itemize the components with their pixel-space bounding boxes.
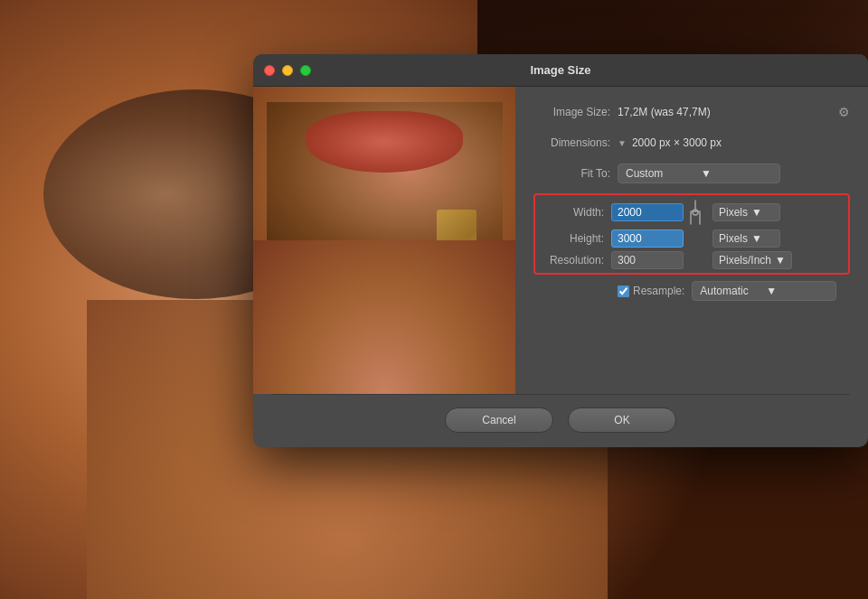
resolution-row: Resolution: Pixels/Inch ▼ (539, 251, 844, 269)
height-unit-dropdown[interactable]: Pixels ▼ (712, 229, 780, 248)
preview-lower (253, 240, 515, 394)
link-icon (689, 199, 702, 226)
maximize-button[interactable] (300, 65, 311, 76)
width-unit: Pixels (719, 206, 748, 219)
dimensions-value: 2000 px × 3000 px (632, 136, 722, 149)
resample-checkbox[interactable] (618, 285, 629, 297)
fit-to-value: Custom (626, 167, 697, 180)
resample-dropdown[interactable]: Automatic ▼ (692, 281, 836, 301)
resolution-unit-arrow: ▼ (775, 254, 786, 267)
fit-to-dropdown[interactable]: Custom ▼ (618, 164, 780, 183)
dimensions-row: Dimensions: ▼ 2000 px × 3000 px (533, 132, 850, 154)
image-size-dialog: Image Size Image Size: 17,2M (was 47,7M)… (253, 54, 868, 447)
traffic-lights (264, 65, 311, 76)
width-input[interactable] (611, 203, 684, 221)
close-button[interactable] (264, 65, 275, 76)
dialog-body: Image Size: 17,2M (was 47,7M) ⚙ Dimensio… (253, 87, 868, 394)
height-label: Height: (539, 232, 604, 245)
ok-button[interactable]: OK (568, 407, 676, 433)
preview-lips (306, 111, 463, 173)
resample-arrow: ▼ (766, 285, 828, 297)
resample-text: Resample: (633, 285, 684, 297)
image-size-row: Image Size: 17,2M (was 47,7M) ⚙ (533, 101, 850, 123)
controls-panel: Image Size: 17,2M (was 47,7M) ⚙ Dimensio… (515, 87, 868, 394)
cancel-button[interactable]: Cancel (445, 407, 553, 433)
height-unit-arrow: ▼ (751, 232, 774, 245)
resample-value: Automatic (700, 285, 762, 297)
dimension-inputs-group: Width: Pixels ▼ Height: (533, 193, 850, 275)
fit-to-arrow: ▼ (701, 167, 772, 180)
resolution-input[interactable] (611, 251, 684, 269)
dimensions-label: Dimensions: (533, 136, 610, 149)
width-unit-dropdown[interactable]: Pixels ▼ (712, 203, 780, 221)
width-row: Width: Pixels ▼ (539, 199, 844, 226)
link-icon-container (689, 199, 702, 226)
resolution-unit-dropdown[interactable]: Pixels/Inch ▼ (712, 251, 792, 269)
resolution-unit: Pixels/Inch (719, 254, 771, 267)
minimize-button[interactable] (282, 65, 293, 76)
dialog-titlebar: Image Size (253, 54, 868, 87)
height-unit: Pixels (719, 232, 748, 245)
height-input[interactable] (611, 229, 684, 248)
width-label: Width: (539, 206, 604, 219)
chevron-icon[interactable]: ▼ (618, 138, 627, 148)
image-size-label: Image Size: (533, 106, 610, 118)
preview-panel (253, 87, 515, 394)
fit-to-label: Fit To: (533, 167, 610, 180)
fit-to-row: Fit To: Custom ▼ (533, 163, 850, 184)
height-row: Height: Pixels ▼ (539, 229, 844, 248)
dialog-title: Image Size (530, 63, 590, 77)
button-row: Cancel OK (253, 395, 868, 447)
image-size-value: 17,2M (was 47,7M) (618, 106, 711, 118)
width-unit-arrow: ▼ (751, 206, 774, 219)
gear-icon[interactable]: ⚙ (838, 105, 850, 119)
resample-row: Resample: Automatic ▼ (533, 280, 850, 302)
resolution-label: Resolution: (539, 254, 604, 267)
